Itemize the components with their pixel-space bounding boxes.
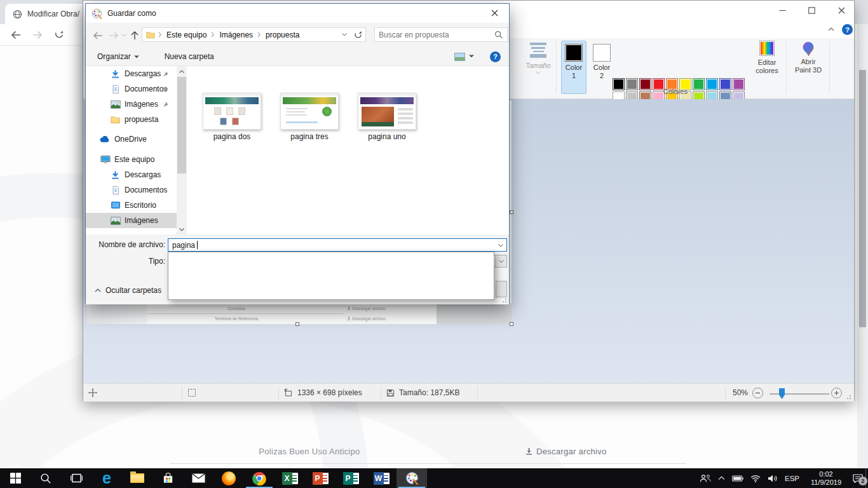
reload-icon[interactable] bbox=[48, 26, 70, 44]
search-icon[interactable] bbox=[494, 30, 507, 39]
view-dropdown-icon[interactable] bbox=[469, 55, 474, 58]
back-icon[interactable] bbox=[5, 26, 27, 44]
zoom-in-button[interactable] bbox=[831, 384, 842, 402]
organize-button[interactable]: Organizar bbox=[97, 52, 139, 61]
breadcrumb-este-equipo[interactable]: Este equipo bbox=[165, 30, 208, 39]
canvas-resize-handle[interactable] bbox=[295, 322, 299, 326]
view-mode-icon[interactable] bbox=[454, 53, 465, 61]
close-button[interactable] bbox=[827, 1, 856, 20]
color2-button[interactable]: Color2 bbox=[589, 41, 614, 94]
recent-locations-icon[interactable] bbox=[120, 29, 128, 42]
taskbar-explorer-button[interactable] bbox=[122, 468, 153, 488]
back-icon[interactable] bbox=[91, 29, 105, 42]
file-name: pagina uno bbox=[356, 132, 417, 141]
taskbar-powerpoint-button[interactable]: P bbox=[305, 468, 336, 488]
people-icon[interactable] bbox=[700, 474, 711, 483]
canvas-resize-handle[interactable] bbox=[510, 322, 513, 326]
action-center-icon[interactable]: 2 bbox=[853, 474, 863, 483]
collapse-ribbon-icon[interactable] bbox=[828, 27, 834, 31]
file-item-tres[interactable]: pagina tres bbox=[279, 93, 340, 141]
forward-icon[interactable] bbox=[27, 26, 48, 44]
minimize-button[interactable] bbox=[768, 1, 797, 20]
taskbar-search-button[interactable] bbox=[31, 468, 61, 488]
scrollbar-thumb[interactable] bbox=[859, 70, 866, 327]
forward-icon[interactable] bbox=[107, 29, 121, 42]
file-explorer-icon bbox=[130, 473, 144, 483]
canvas-resize-handle[interactable] bbox=[510, 210, 513, 214]
sidebar-item-descargas-pinned[interactable]: Descargas bbox=[86, 66, 177, 81]
taskbar-start-button[interactable] bbox=[0, 468, 31, 488]
size-button[interactable]: Tamaño bbox=[522, 41, 555, 74]
resize-grip-icon[interactable] bbox=[844, 393, 851, 399]
canvas-preview-row: Contratos Descargar archivo bbox=[147, 303, 437, 313]
wifi-icon[interactable] bbox=[750, 475, 761, 482]
open-paint3d-button[interactable]: AbrirPaint 3D bbox=[790, 41, 827, 74]
file-item-dos[interactable]: pagina dos bbox=[201, 93, 262, 141]
sidebar-item-imagenes[interactable]: Imágenes bbox=[86, 213, 177, 228]
cancel-button[interactable] bbox=[496, 281, 507, 297]
taskbar-taskview-button[interactable] bbox=[61, 468, 92, 488]
up-icon[interactable] bbox=[128, 29, 142, 42]
battery-icon[interactable] bbox=[732, 475, 743, 482]
sidebar-scrollbar-thumb[interactable] bbox=[177, 77, 186, 173]
file-thumbnail bbox=[280, 93, 339, 130]
zoom-slider-thumb[interactable] bbox=[779, 388, 785, 399]
filename-input[interactable]: pagina bbox=[168, 238, 507, 252]
taskbar-word-button[interactable]: W bbox=[366, 468, 397, 488]
type-dropdown-icon[interactable] bbox=[495, 255, 506, 267]
refresh-button[interactable] bbox=[351, 27, 366, 42]
filename-dropdown-icon[interactable] bbox=[498, 244, 503, 247]
breadcrumb-imagenes[interactable]: Imágenes bbox=[218, 30, 254, 39]
taskbar-chrome-button[interactable] bbox=[244, 468, 275, 488]
dialog-resize-grip[interactable] bbox=[500, 296, 506, 302]
edit-colors-button[interactable]: Editarcolores bbox=[750, 41, 784, 75]
taskbar-edge-button[interactable]: e bbox=[92, 468, 122, 488]
file-item-uno[interactable]: pagina uno bbox=[356, 93, 417, 141]
sidebar-item-onedrive[interactable]: OneDrive bbox=[86, 132, 177, 147]
zoom-slider[interactable] bbox=[770, 393, 829, 395]
show-desktop-button[interactable] bbox=[865, 468, 868, 488]
hidden-icons-chevron-icon[interactable] bbox=[718, 476, 725, 480]
dialog-help-icon[interactable]: ? bbox=[490, 51, 501, 62]
breadcrumb-dropdown-icon[interactable] bbox=[342, 33, 347, 36]
sidebar-item-este-equipo[interactable]: Este equipo bbox=[86, 152, 177, 167]
taskbar-firefox-button[interactable] bbox=[214, 468, 244, 488]
page-scrollbar[interactable] bbox=[857, 24, 868, 468]
scroll-down-icon[interactable] bbox=[177, 224, 187, 234]
breadcrumb[interactable]: Este equipo Imágenes propuesta bbox=[142, 27, 351, 42]
sidebar-item-propuesta[interactable]: propuesta bbox=[86, 112, 177, 127]
maximize-button[interactable] bbox=[797, 1, 826, 20]
color1-button[interactable]: Color1 bbox=[561, 41, 587, 94]
taskbar-excel-button[interactable]: X bbox=[275, 468, 305, 488]
pin-icon bbox=[163, 71, 169, 77]
windows-logo-icon bbox=[10, 473, 21, 484]
paint-help-icon[interactable]: ? bbox=[842, 24, 853, 35]
taskbar-publisher-button[interactable]: P bbox=[336, 468, 366, 488]
taskbar-paint-button[interactable] bbox=[397, 468, 427, 488]
search-input[interactable] bbox=[375, 30, 494, 39]
hide-folders-button[interactable]: Ocultar carpetas bbox=[95, 286, 161, 295]
taskbar-store-button[interactable] bbox=[153, 468, 183, 488]
scroll-up-icon[interactable] bbox=[177, 66, 187, 76]
system-tray: ESP 0:02 11/9/2019 2 bbox=[700, 468, 863, 488]
download-link[interactable]: Descargar archivo bbox=[526, 440, 607, 463]
download-link[interactable]: Descargar archivo bbox=[526, 464, 607, 468]
volume-icon[interactable] bbox=[768, 475, 778, 482]
filename-autocomplete-dropdown[interactable] bbox=[168, 252, 494, 300]
taskbar-apps: eXPPW bbox=[0, 468, 427, 488]
language-indicator[interactable]: ESP bbox=[785, 475, 799, 482]
sidebar-item-documentos-pinned[interactable]: Documentos bbox=[86, 81, 177, 97]
new-folder-button[interactable]: Nueva carpeta bbox=[165, 52, 214, 61]
clock[interactable]: 0:02 11/9/2019 bbox=[806, 470, 846, 487]
sidebar-item-escritorio[interactable]: Escritorio bbox=[86, 198, 177, 213]
dialog-close-button[interactable] bbox=[480, 4, 509, 22]
zoom-out-button[interactable] bbox=[752, 384, 763, 402]
dialog-footer: Nombre de archivo: pagina Tipo: Ocultar … bbox=[86, 234, 509, 304]
taskbar-mail-button[interactable] bbox=[183, 468, 214, 488]
sidebar-item-imagenes-pinned[interactable]: Imágenes bbox=[86, 97, 177, 112]
breadcrumb-propuesta[interactable]: propuesta bbox=[264, 30, 301, 39]
chevron-up-icon bbox=[95, 288, 101, 292]
sidebar-item-descargas[interactable]: Descargas bbox=[86, 167, 177, 182]
sidebar-item-documentos[interactable]: Documentos bbox=[86, 182, 177, 198]
sidebar-scrollbar[interactable] bbox=[177, 66, 187, 234]
